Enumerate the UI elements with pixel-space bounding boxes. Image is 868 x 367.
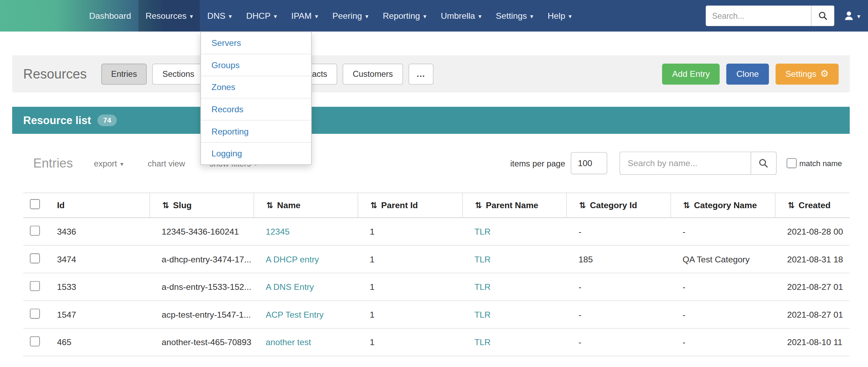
parent-name-link[interactable]: TLR [474, 310, 491, 319]
column-label: Parent Id [381, 200, 418, 210]
cell-category-name: - [670, 310, 775, 320]
chart-view-link[interactable]: chart view [148, 158, 185, 168]
dns-menu-item-groups[interactable]: Groups [201, 54, 311, 76]
resource-list-title: Resource list [23, 114, 91, 127]
row-checkbox[interactable] [30, 308, 40, 318]
cell-slug: 12345-3436-160241 [150, 227, 254, 237]
nav-item-peering[interactable]: Peering [325, 0, 376, 32]
parent-name-link[interactable]: TLR [474, 227, 491, 236]
column-header-category-id[interactable]: Category Id [566, 193, 670, 218]
resource-count-badge: 74 [98, 115, 117, 126]
clone-label: Clone [737, 69, 759, 79]
cell-parent-name: TLR [462, 254, 566, 264]
parent-name-link[interactable]: TLR [474, 337, 491, 346]
user-menu[interactable] [840, 10, 864, 22]
row-checkbox[interactable] [30, 253, 40, 263]
search-icon [758, 158, 769, 168]
name-search-button[interactable] [750, 152, 777, 175]
cell-category-id: - [566, 337, 670, 347]
nav-label: DHCP [246, 11, 271, 21]
nav-label: Dashboard [89, 11, 131, 21]
column-label: Name [277, 200, 300, 210]
cell-slug: a-dhcp-entry-3474-17... [150, 254, 254, 264]
table-row: 1547 acp-test-entry-1547-1... ACP Test E… [23, 301, 850, 329]
nav-item-umbrella[interactable]: Umbrella [434, 0, 489, 32]
cell-parent-id: 1 [357, 227, 462, 237]
add-entry-button[interactable]: Add Entry [662, 63, 720, 84]
more-tabs-button[interactable]: ... [408, 63, 433, 84]
column-header-parent-name[interactable]: Parent Name [462, 193, 566, 218]
settings-label: Settings [785, 69, 816, 79]
cell-parent-name: TLR [462, 337, 566, 347]
name-search-group [619, 152, 777, 175]
nav-item-settings[interactable]: Settings [489, 0, 540, 32]
column-header-slug[interactable]: Slug [150, 193, 254, 218]
nav-item-ipam[interactable]: IPAM [284, 0, 325, 32]
row-checkbox[interactable] [30, 281, 40, 291]
chevron-down-icon [479, 13, 482, 19]
chevron-down-icon [274, 13, 277, 19]
clone-button[interactable]: Clone [726, 63, 769, 84]
sort-icon [370, 200, 377, 210]
name-search-input[interactable] [619, 152, 750, 175]
entry-name-link[interactable]: A DHCP entry [266, 254, 319, 263]
nav-item-dashboard[interactable]: Dashboard [82, 0, 138, 32]
export-menu[interactable]: export [94, 158, 123, 168]
nav-item-reporting[interactable]: Reporting [376, 0, 434, 32]
header-checkbox-cell [23, 199, 53, 211]
chevron-down-icon [569, 13, 572, 19]
row-checkbox-cell [23, 253, 53, 265]
column-header-id[interactable]: Id [53, 193, 150, 218]
tab-sections[interactable]: Sections [152, 63, 204, 84]
tab-customers[interactable]: Customers [343, 63, 403, 84]
column-label: Parent Name [486, 200, 538, 210]
sort-icon [788, 200, 795, 210]
page-title: Resources [23, 66, 87, 82]
column-header-created[interactable]: Created [775, 193, 850, 218]
global-search-input[interactable] [706, 6, 811, 26]
match-name-checkbox[interactable] [787, 158, 797, 168]
tab-entries[interactable]: Entries [101, 63, 147, 84]
entry-name-link[interactable]: another test [266, 337, 311, 346]
table-row: 465 another-test-465-70893 another test … [23, 329, 850, 357]
table-row: 3436 12345-3436-160241 12345 1 TLR - - 2… [23, 218, 850, 246]
dns-menu-item-zones[interactable]: Zones [201, 76, 311, 98]
dns-menu-item-reporting[interactable]: Reporting [201, 120, 311, 142]
chart-view-label: chart view [148, 158, 185, 168]
entry-name-link[interactable]: A DNS Entry [266, 282, 314, 291]
nav-item-resources[interactable]: Resources [138, 0, 200, 32]
nav-item-dns[interactable]: DNS [200, 0, 239, 32]
top-navbar: Dashboard Resources DNS DHCP IPAM Peerin… [0, 0, 868, 32]
items-per-page-input[interactable] [571, 152, 607, 174]
global-search-button[interactable] [811, 6, 835, 26]
entry-name-link[interactable]: ACP Test Entry [266, 310, 323, 319]
row-checkbox[interactable] [30, 336, 40, 346]
cell-id: 3436 [53, 227, 150, 237]
column-header-name[interactable]: Name [254, 193, 357, 218]
entry-name-link[interactable]: 12345 [266, 227, 290, 236]
gear-icon [820, 69, 829, 79]
dns-menu-item-records[interactable]: Records [201, 98, 311, 120]
dns-menu-item-servers[interactable]: Servers [201, 32, 311, 54]
column-label: Category Id [590, 200, 637, 210]
nav-item-dhcp[interactable]: DHCP [239, 0, 284, 32]
chevron-down-icon [530, 13, 533, 19]
sort-icon [475, 200, 482, 210]
row-checkbox[interactable] [30, 226, 40, 236]
settings-button[interactable]: Settings [775, 63, 839, 84]
column-header-parent-id[interactable]: Parent Id [357, 193, 462, 218]
nav-item-help[interactable]: Help [540, 0, 579, 32]
column-header-category-name[interactable]: Category Name [670, 193, 775, 218]
dns-menu-item-logging[interactable]: Logging [201, 142, 311, 164]
chevron-down-icon [190, 13, 193, 19]
select-all-checkbox[interactable] [30, 199, 40, 209]
cell-category-id: - [566, 282, 670, 292]
cell-created: 2021-08-28 00 [775, 227, 850, 237]
page-content: Resources Entries Sections Contacts Cust… [12, 55, 850, 367]
nav-label: Resources [145, 11, 186, 21]
chevron-down-icon [365, 13, 368, 19]
parent-name-link[interactable]: TLR [474, 282, 491, 291]
parent-name-link[interactable]: TLR [474, 254, 491, 263]
cell-name: A DNS Entry [254, 282, 357, 292]
chevron-down-icon [229, 13, 232, 19]
